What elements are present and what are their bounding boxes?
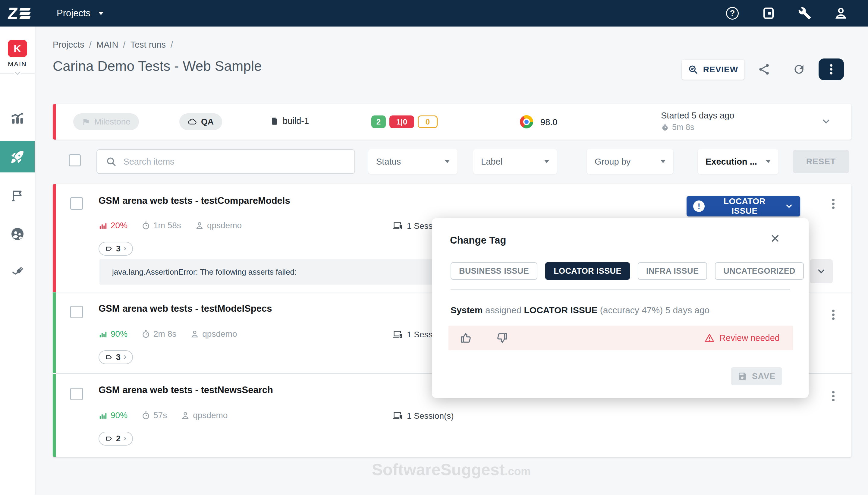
run-summary-card[interactable]: Milestone QA build-1 2 1|0 0 98.0 Starte… [53,104,851,140]
error-text: java.lang.AssertionError: The following … [112,268,297,277]
breadcrumb-main[interactable]: MAIN [97,40,119,50]
breadcrumb-test-runs[interactable]: Test runs [130,40,166,50]
sidebar-item-dashboards[interactable] [0,102,35,134]
test-title[interactable]: GSM arena web tests - testNewsSearch [99,385,273,395]
save-button[interactable]: SAVE [731,367,782,385]
status-filter[interactable]: Status [368,149,457,174]
close-icon[interactable]: × [771,230,780,246]
pass-rate-icon [99,329,108,339]
search-box [97,149,355,174]
search-check-icon [688,65,698,75]
devices-icon [393,411,403,421]
select-all-checkbox[interactable] [69,154,81,166]
tag-option-business-issue[interactable]: BUSINESS ISSUE [451,262,537,280]
stopwatch-icon [141,411,151,420]
milestone-chip-label: Milestone [94,117,131,126]
row-checkbox[interactable] [70,388,83,400]
team-icon [10,227,25,241]
labels-pill[interactable]: 3 › [99,242,133,256]
exclamation-circle-icon: ! [693,201,705,212]
row-status-accent [53,374,56,457]
test-duration: 57s [153,411,167,420]
project-name: MAIN [0,60,35,68]
milestone-chip: Milestone [73,113,139,130]
test-owner: qpsdemo [202,329,237,339]
skipped-count-badge: 0 [418,116,438,128]
issue-tag-label: LOCATOR ISSUE [711,197,779,216]
test-meta: 20% 1m 58s qpsdemo [99,221,242,230]
run-menu-button[interactable] [819,58,844,80]
tag-option-uncategorized[interactable]: UNCATEGORIZED [715,262,804,280]
test-title[interactable]: GSM arena web tests - testModelSpecs [99,303,272,314]
zebrunner-logo[interactable]: Z [8,5,30,21]
error-expand-button[interactable] [810,259,833,284]
tag-icon [105,245,113,253]
stopwatch-icon [661,123,669,132]
reset-filters-button[interactable]: RESET [793,150,849,173]
thumbs-down-button[interactable] [496,331,508,344]
flag-icon [11,188,24,202]
labels-pill[interactable]: 2 › [99,432,133,446]
breadcrumb: Projects/ MAIN/ Test runs/ [53,40,173,50]
collapse-notch-icon [14,71,21,76]
help-button[interactable]: ? [725,6,740,20]
pass-rate: 20% [110,221,127,230]
row-menu-button[interactable] [832,197,835,210]
test-duration: 2m 8s [153,329,176,339]
row-checkbox[interactable] [70,197,83,210]
thumbs-down-icon [496,331,508,344]
tag-option-locator-issue[interactable]: LOCATOR ISSUE [545,262,630,280]
group-by-filter[interactable]: Group by [587,149,673,174]
sidebar-item-team[interactable] [0,218,35,250]
chevron-right-icon: › [124,243,126,253]
run-status-accent [53,104,56,140]
share-button[interactable] [758,63,771,76]
chevron-down-icon [661,160,665,163]
labels-count: 3 [116,244,121,254]
review-button-label: REVIEW [703,65,738,74]
row-menu-button[interactable] [832,390,835,403]
thumbs-up-button[interactable] [460,331,473,344]
row-status-accent [53,292,56,373]
sessions-info[interactable]: 1 Session(s) [393,411,454,421]
pass-rate: 90% [110,329,127,339]
settings-button[interactable] [797,6,812,20]
sidebar-item-test-runs[interactable] [0,141,35,172]
breadcrumb-projects[interactable]: Projects [53,40,84,50]
kebab-icon [832,391,835,401]
environment-label: QA [201,117,214,126]
test-title[interactable]: GSM arena web tests - testCompareModels [99,195,290,206]
sidebar-item-milestones[interactable] [0,180,35,211]
failed-count-badge: 1|0 [389,116,414,128]
environment-chip: QA [179,113,222,130]
save-icon [737,371,747,381]
review-button[interactable]: REVIEW [682,60,744,80]
chevron-down-icon [445,160,450,163]
thumbs-up-icon [460,331,473,344]
execution-sort-filter[interactable]: Execution ... [698,149,779,174]
app-panel-icon [762,7,775,20]
account-button[interactable] [834,6,848,20]
row-menu-button[interactable] [832,308,835,321]
summary-expand-button[interactable] [821,116,832,127]
sidebar-item-integrations[interactable] [0,257,35,288]
tag-option-infra-issue[interactable]: INFRA ISSUE [638,262,707,280]
review-needed-status: Review needed [704,333,780,343]
stopwatch-icon [141,329,151,339]
refresh-button[interactable] [792,63,805,76]
popup-title: Change Tag [450,235,506,246]
kebab-icon [832,310,835,320]
popup-divider [451,289,790,290]
save-button-label: SAVE [752,371,776,381]
project-avatar[interactable]: K [8,40,27,57]
projects-menu[interactable]: Projects [57,8,104,19]
label-filter[interactable]: Label [473,149,557,174]
labels-pill[interactable]: 3 › [99,350,133,364]
feedback-bar: Review needed [449,326,793,350]
apps-button[interactable] [761,6,776,20]
issue-tag-button[interactable]: ! LOCATOR ISSUE [687,196,800,217]
row-checkbox[interactable] [70,306,83,318]
build-label: build-1 [283,116,309,126]
wrench-icon [798,7,811,20]
search-input[interactable] [123,157,345,167]
